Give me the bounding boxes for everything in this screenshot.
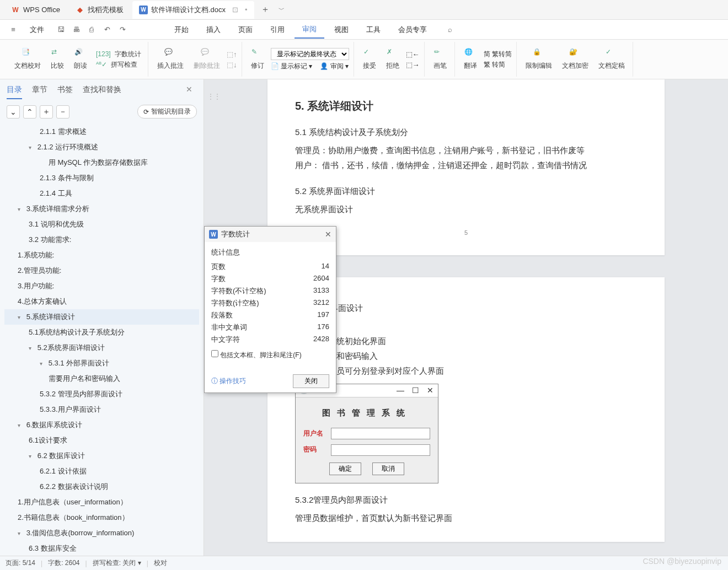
show-markup-button[interactable]: 📄 显示标记 ▾	[271, 62, 313, 71]
prev-change-icon[interactable]: ⬚←	[406, 50, 420, 58]
tab-document[interactable]: W 软件详细设计文档.docx ⊡ •	[132, 1, 254, 19]
pen-icon: ✏	[434, 48, 446, 60]
toc-item[interactable]: 2.1.1 需求概述	[4, 124, 199, 139]
toc-item[interactable]: 5.1系统结构设计及子系统划分	[4, 325, 199, 340]
trad-simp-button[interactable]: 简 繁转简	[484, 50, 512, 59]
toc-item[interactable]: 3.2 功能需求:	[4, 232, 199, 248]
status-page[interactable]: 页面: 5/14	[6, 558, 35, 568]
restrict-edit-button[interactable]: 🔒限制编辑	[522, 46, 555, 73]
toc-item[interactable]: 2.书籍信息表（book_information）	[4, 510, 199, 525]
menu-page[interactable]: 页面	[231, 21, 260, 38]
toc-item[interactable]: 6.2.2 数据表设计说明	[4, 479, 199, 494]
toc-item[interactable]: 1.用户信息表（user_information）	[4, 494, 199, 510]
remove-heading-button[interactable]: －	[56, 105, 69, 119]
side-tab-toc[interactable]: 目录	[7, 85, 22, 99]
menu-insert[interactable]: 插入	[199, 21, 228, 38]
compare-button[interactable]: ⇄比较	[47, 46, 67, 73]
toc-item[interactable]: 5.3.2 管理员内部界面设计	[4, 386, 199, 402]
tab-docer[interactable]: ◆ 找稻壳模板	[69, 1, 130, 19]
side-tab-chapters[interactable]: 章节	[32, 85, 47, 99]
toc-item[interactable]: 1.系统功能:	[4, 248, 199, 263]
side-tab-find[interactable]: 查找和替换	[83, 85, 121, 99]
toc-item[interactable]: 用 MySQL 作为数据存储数据库	[4, 155, 199, 170]
toc-item[interactable]: 2.1.4 工具	[4, 186, 199, 201]
menu-view[interactable]: 视图	[326, 21, 356, 38]
word-count-dialog: W 字数统计 ✕ 统计信息 页数14字数2604字符数(不计空格)3133字符数…	[204, 226, 336, 393]
toc-item[interactable]: ▾ 3.系统详细需求分析	[4, 201, 199, 217]
next-change-icon[interactable]: ⬚→	[406, 61, 420, 69]
tab-wps-home[interactable]: W WPS Office	[4, 1, 67, 19]
toc-item[interactable]: 2.1.3 条件与限制	[4, 170, 199, 186]
status-words[interactable]: 字数: 2604	[48, 558, 79, 568]
translate-button[interactable]: 🌐翻译	[461, 46, 480, 73]
accept-button[interactable]: ✓接受	[360, 46, 379, 73]
close-icon[interactable]: ✕	[181, 85, 197, 99]
read-button[interactable]: 🔊朗读	[71, 46, 90, 73]
menu-review[interactable]: 审阅	[295, 21, 324, 39]
word-count-button[interactable]: [123] 字数统计	[94, 50, 143, 59]
toc-item[interactable]: 6.3 数据库安全	[4, 541, 199, 556]
collapse-all-button[interactable]: ⌄	[7, 105, 20, 119]
toc-item[interactable]: 需要用户名和密码输入	[4, 371, 199, 386]
page-number: 5	[295, 228, 637, 239]
undo-icon[interactable]: ↶	[100, 23, 114, 36]
pen-button[interactable]: ✏画笔	[430, 46, 450, 73]
prev-comment-icon[interactable]: ⬚↑	[227, 50, 237, 58]
hamburger-icon[interactable]: ≡	[7, 23, 20, 36]
encrypt-button[interactable]: 🔐文档加密	[559, 46, 592, 73]
toc-item[interactable]: 3.用户功能:	[4, 278, 199, 294]
menu-vip[interactable]: 会员专享	[390, 21, 435, 38]
redo-icon[interactable]: ↷	[116, 23, 129, 36]
tips-link[interactable]: ⓘ 操作技巧	[211, 377, 246, 386]
toc-item[interactable]: ▾ 5.2系统界面详细设计	[4, 340, 199, 356]
comment-del-icon: 💬	[201, 48, 213, 60]
doc-compare-button[interactable]: 📑文档校对	[11, 46, 44, 73]
toc-item[interactable]: ▾ 5.系统详细设计	[4, 309, 199, 325]
spell-check-button[interactable]: ᴬᴮ✓ 拼写检查	[94, 60, 143, 69]
finalize-button[interactable]: ✓文档定稿	[595, 46, 628, 73]
tab-menu-icon[interactable]: •	[245, 6, 248, 14]
include-textbox-checkbox[interactable]: 包括文本框、脚注和尾注(F)	[211, 351, 302, 359]
toc-item[interactable]: 4.总体方案确认	[4, 294, 199, 309]
print-preview-icon[interactable]: ⎙	[85, 23, 98, 36]
save-icon[interactable]: 🖫	[54, 23, 67, 36]
print-icon[interactable]: 🖶	[69, 23, 83, 36]
menu-reference[interactable]: 引用	[263, 21, 292, 38]
menu-start[interactable]: 开始	[167, 21, 196, 38]
simp-trad-button[interactable]: 繁 转简	[484, 60, 512, 69]
reject-icon: ✗	[387, 48, 399, 60]
toc-item[interactable]: ▾ 6.2 数据库设计	[4, 448, 199, 464]
menu-tools[interactable]: 工具	[358, 21, 388, 38]
toc-item[interactable]: ▾ 3.借阅信息表(borrow_information)	[4, 525, 199, 541]
tab-dropdown-icon[interactable]: ﹀	[274, 6, 289, 14]
status-proof[interactable]: 校对	[154, 558, 167, 568]
toc-item[interactable]: 5.3.3.用户界面设计	[4, 402, 199, 417]
side-tab-bookmarks[interactable]: 书签	[57, 85, 73, 99]
toc-item[interactable]: 2.管理员功能:	[4, 263, 199, 278]
smart-toc-button[interactable]: ⟳智能识别目录	[137, 105, 197, 119]
toc-item[interactable]: 6.2.1 设计依据	[4, 464, 199, 479]
close-button[interactable]: 关闭	[293, 374, 329, 388]
toc-item[interactable]: ▾ 5.3.1 外部界面设计	[4, 356, 199, 371]
new-tab-button[interactable]: ＋	[256, 4, 274, 15]
file-menu[interactable]: 文件	[22, 21, 52, 38]
toc-item[interactable]: ▾ 2.1.2 运行环境概述	[4, 139, 199, 155]
expand-all-button[interactable]: ⌃	[23, 105, 36, 119]
revision-button[interactable]: ✎修订	[248, 46, 267, 73]
next-comment-icon[interactable]: ⬚↓	[227, 61, 237, 69]
delete-comment-button[interactable]: 💬删除批注	[190, 46, 223, 73]
tab-label: 找稻壳模板	[88, 5, 124, 15]
reject-button[interactable]: ✗拒绝	[383, 46, 403, 73]
toc-item[interactable]: 6.1设计要求	[4, 433, 199, 448]
status-spell[interactable]: 拼写检查: 关闭 ▾	[93, 558, 141, 568]
drag-handle-icon[interactable]: ⋮⋮	[207, 93, 221, 100]
tab-sync-icon[interactable]: ⊡	[232, 6, 238, 14]
track-display-select[interactable]: 显示标记的最终状态	[271, 48, 349, 60]
insert-comment-button[interactable]: 💬插入批注	[154, 46, 187, 73]
toc-item[interactable]: ▾ 6.数据库系统设计	[4, 417, 199, 433]
add-heading-button[interactable]: ＋	[40, 105, 53, 119]
toc-item[interactable]: 3.1 说明和优先级	[4, 217, 199, 232]
search-icon[interactable]: ⌕	[443, 23, 457, 36]
close-icon[interactable]: ✕	[325, 230, 331, 239]
reviewers-button[interactable]: 👤 审阅 ▾	[320, 62, 349, 71]
